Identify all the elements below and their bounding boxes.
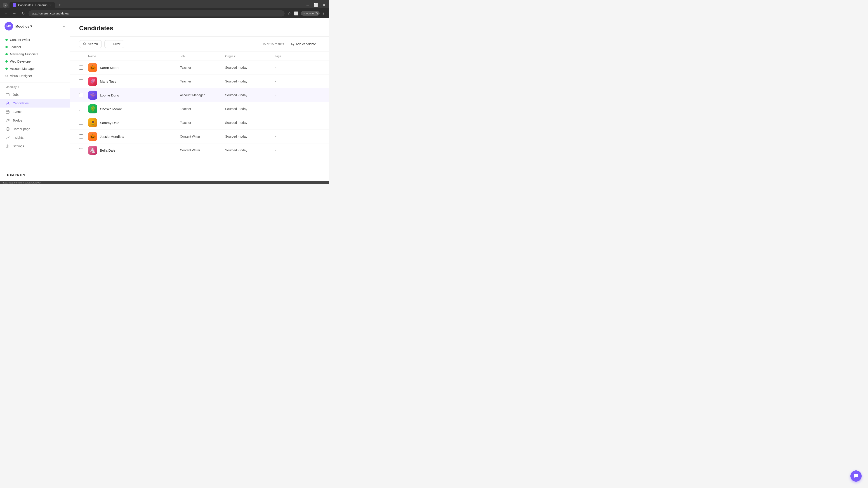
sidebar-scroll: Content Writer Teacher Marketing Associa…	[0, 34, 70, 170]
new-tab-button[interactable]: +	[57, 2, 63, 8]
incognito-badge[interactable]: Incognito (2)	[301, 11, 320, 15]
address-input[interactable]	[29, 10, 285, 17]
close-tab-button[interactable]: ✕	[49, 3, 52, 7]
sidebar-item-label: Candidates	[13, 101, 29, 105]
events-icon	[5, 109, 10, 114]
collapse-sidebar-button[interactable]: «	[63, 24, 65, 29]
row-checkbox[interactable]	[79, 79, 83, 84]
sidebar-item-label: Events	[13, 110, 22, 113]
sidebar-item-teacher[interactable]: Teacher	[0, 43, 70, 51]
filter-label: Filter	[113, 42, 120, 46]
origin-cell: Sourced · today	[225, 121, 275, 125]
close-window-button[interactable]: ✕	[322, 2, 327, 8]
split-view-button[interactable]: ⬜	[293, 10, 300, 17]
back-button[interactable]: ←	[3, 10, 9, 17]
table-row[interactable]: 🦑 Marie Tess Teacher Sourced · today -	[70, 74, 329, 88]
sidebar-item-todos[interactable]: To-dos	[0, 116, 70, 125]
avatar: 👾	[88, 91, 97, 100]
tags-cell: -	[275, 79, 320, 83]
active-tab[interactable]: H Candidates · Homerun ✕	[9, 2, 55, 8]
table-row[interactable]: 🌻 Sammy Dale Teacher Sourced · today -	[70, 116, 329, 130]
career-page-icon	[5, 127, 10, 131]
reload-button[interactable]: ↻	[20, 10, 26, 17]
sidebar-item-insights[interactable]: Insights	[0, 133, 70, 142]
user-info: MM Moodjoy ▾	[4, 22, 32, 31]
tags-cell: -	[275, 107, 320, 111]
sidebar-item-web-developer[interactable]: Web Developer	[0, 58, 70, 65]
job-cell: Teacher	[180, 107, 225, 111]
tags-cell: -	[275, 66, 320, 69]
avatar: 🎃	[88, 63, 97, 72]
add-candidate-label: Add candidate	[296, 42, 316, 46]
table-row[interactable]: 👾 Loonie Dong Account Manager Sourced · …	[70, 88, 329, 102]
row-checkbox[interactable]	[79, 134, 83, 138]
origin-cell: Sourced · today	[225, 79, 275, 83]
page-title: Candidates	[79, 25, 320, 32]
candidate-name: Loonie Dong	[100, 93, 119, 97]
table-row[interactable]: 🦄 Bella Dale Content Writer Sourced · to…	[70, 143, 329, 157]
candidate-cell: 🦄 Bella Dale	[88, 146, 180, 155]
sidebar-item-career-page[interactable]: Career page	[0, 125, 70, 133]
avatar: 🦄	[88, 146, 97, 155]
tags-cell: -	[275, 121, 320, 125]
job-dot-open	[5, 68, 8, 70]
avatar: 🎃	[88, 132, 97, 141]
minimize-button[interactable]: ─	[306, 2, 310, 8]
sidebar-item-account-manager[interactable]: Account Manager	[0, 65, 70, 72]
sidebar-item-settings[interactable]: Settings	[0, 142, 70, 151]
search-button[interactable]: Search	[79, 40, 102, 48]
tab-bar: ⌄ H Candidates · Homerun ✕ + ─ ⬜ ✕	[0, 0, 329, 8]
menu-button[interactable]: ⋮	[321, 10, 327, 17]
tab-favicon: H	[13, 3, 16, 7]
sidebar-item-events[interactable]: Events	[0, 107, 70, 116]
table-row[interactable]: 🌵 Cheska Moore Teacher Sourced · today -	[70, 102, 329, 116]
sidebar-item-jobs[interactable]: Jobs	[0, 90, 70, 99]
job-cell: Content Writer	[180, 135, 225, 138]
candidates-table: Name Job Origin ▾ Tags 🎃 Karen Moore Tea…	[70, 52, 329, 181]
row-checkbox[interactable]	[79, 107, 83, 111]
sidebar-item-visual-designer[interactable]: Visual Designer	[0, 72, 70, 79]
table-row[interactable]: 🎃 Karen Moore Teacher Sourced · today -	[70, 61, 329, 74]
candidate-name: Jessie Mendiola	[100, 135, 124, 138]
company-name: Moodjoy	[5, 85, 17, 89]
table-header: Name Job Origin ▾ Tags	[70, 52, 329, 61]
th-origin[interactable]: Origin ▾	[225, 55, 275, 58]
svg-point-1	[7, 102, 8, 103]
job-label: Teacher	[10, 45, 21, 49]
row-checkbox[interactable]	[79, 93, 83, 97]
sidebar-item-marketing-associate[interactable]: Marketing Associate	[0, 51, 70, 58]
job-label: Account Manager	[10, 67, 35, 70]
avatar: 🦑	[88, 77, 97, 86]
candidate-name: Sammy Dale	[100, 121, 119, 125]
user-name: Moodjoy	[16, 24, 29, 28]
maximize-button[interactable]: ⬜	[313, 2, 319, 8]
forward-button[interactable]: →	[11, 10, 18, 17]
row-checkbox[interactable]	[79, 121, 83, 125]
job-cell: Teacher	[180, 66, 225, 69]
sidebar-item-content-writer[interactable]: Content Writer	[0, 36, 70, 43]
address-bar-row: ← → ↻ ☆ ⬜ Incognito (2) ⋮	[0, 8, 329, 18]
job-label: Visual Designer	[10, 74, 32, 78]
filter-icon	[108, 42, 112, 46]
candidate-cell: 🎃 Karen Moore	[88, 63, 180, 72]
avatar: 🌻	[88, 118, 97, 127]
filter-button[interactable]: Filter	[104, 40, 124, 48]
avatar: MM	[4, 22, 13, 31]
th-name: Name	[88, 55, 180, 58]
row-checkbox[interactable]	[79, 148, 83, 152]
job-dot-open	[5, 39, 8, 41]
homerun-logo: HOMERUN	[5, 173, 64, 177]
add-candidate-button[interactable]: Add candidate	[287, 40, 320, 48]
main-content: Candidates Search Filter 15 of 15 result…	[70, 18, 329, 181]
tab-group-button[interactable]: ⌄	[3, 3, 8, 8]
job-label: Marketing Associate	[10, 53, 38, 56]
chevron-down-icon: ▾	[30, 24, 32, 28]
sidebar-item-candidates[interactable]: Candidates	[0, 99, 70, 107]
status-bar: https://app.homerun.co/candidates/	[0, 181, 329, 184]
bookmark-button[interactable]: ☆	[287, 10, 292, 17]
svg-rect-3	[6, 119, 7, 120]
row-checkbox[interactable]	[79, 66, 83, 70]
table-row[interactable]: 🎃 Jessie Mendiola Content Writer Sourced…	[70, 130, 329, 143]
user-name-button[interactable]: Moodjoy ▾	[16, 24, 32, 28]
candidate-name: Cheska Moore	[100, 107, 122, 111]
